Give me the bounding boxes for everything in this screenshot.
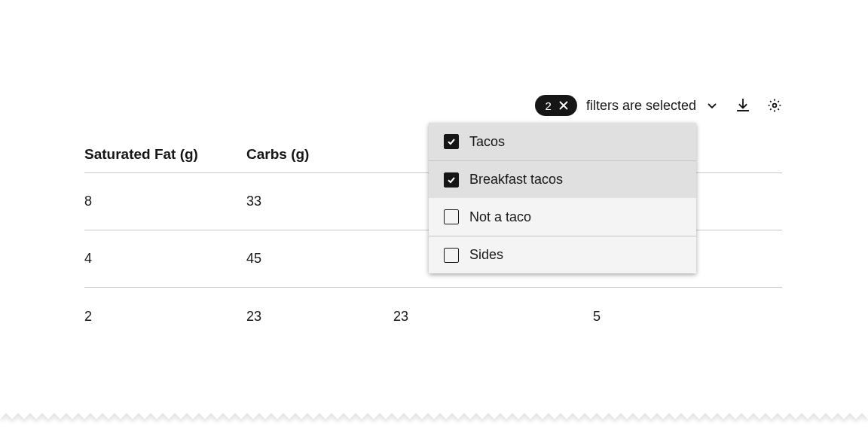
- svg-point-0: [773, 104, 777, 108]
- checkbox-checked-icon[interactable]: [444, 172, 459, 188]
- filter-summary-label: filters are selected: [586, 98, 696, 114]
- download-button[interactable]: [735, 98, 750, 113]
- filter-option-label: Tacos: [469, 134, 505, 150]
- column-header[interactable]: Carbs (g): [246, 146, 393, 163]
- settings-button[interactable]: [767, 98, 782, 113]
- cell: 23: [246, 309, 393, 325]
- checkbox-checked-icon[interactable]: [444, 134, 459, 149]
- filter-dropdown: Tacos Breakfast tacos Not a taco Sides: [429, 123, 696, 273]
- cell: 33: [246, 194, 393, 209]
- cell: 2: [84, 309, 246, 325]
- clear-filters-icon[interactable]: [558, 99, 570, 111]
- filter-option[interactable]: Not a taco: [429, 198, 696, 236]
- filter-option[interactable]: Tacos: [429, 123, 696, 160]
- table-row[interactable]: 2 23 23 5: [84, 288, 782, 345]
- filter-option[interactable]: Sides: [429, 236, 696, 273]
- cell: 8: [84, 194, 246, 209]
- cell: 45: [246, 251, 393, 267]
- filter-option[interactable]: Breakfast tacos: [429, 160, 696, 198]
- cell: 23: [393, 309, 593, 325]
- cell: 4: [84, 251, 246, 267]
- filter-count-pill[interactable]: 2: [535, 95, 577, 116]
- cell: 5: [593, 309, 782, 325]
- filter-option-label: Sides: [469, 247, 503, 263]
- filter-option-label: Breakfast tacos: [469, 172, 563, 188]
- table-toolbar: 2 filters are selected: [535, 95, 782, 116]
- column-header[interactable]: Saturated Fat (g): [84, 146, 246, 163]
- gear-icon: [767, 98, 782, 113]
- filter-summary[interactable]: 2 filters are selected: [535, 95, 719, 116]
- filter-count: 2: [546, 99, 552, 112]
- filter-option-label: Not a taco: [469, 209, 531, 225]
- download-icon: [735, 98, 750, 113]
- torn-edge-decoration: [0, 407, 868, 427]
- checkbox-unchecked-icon[interactable]: [444, 248, 459, 263]
- chevron-down-icon: [705, 99, 719, 112]
- checkbox-unchecked-icon[interactable]: [444, 209, 459, 224]
